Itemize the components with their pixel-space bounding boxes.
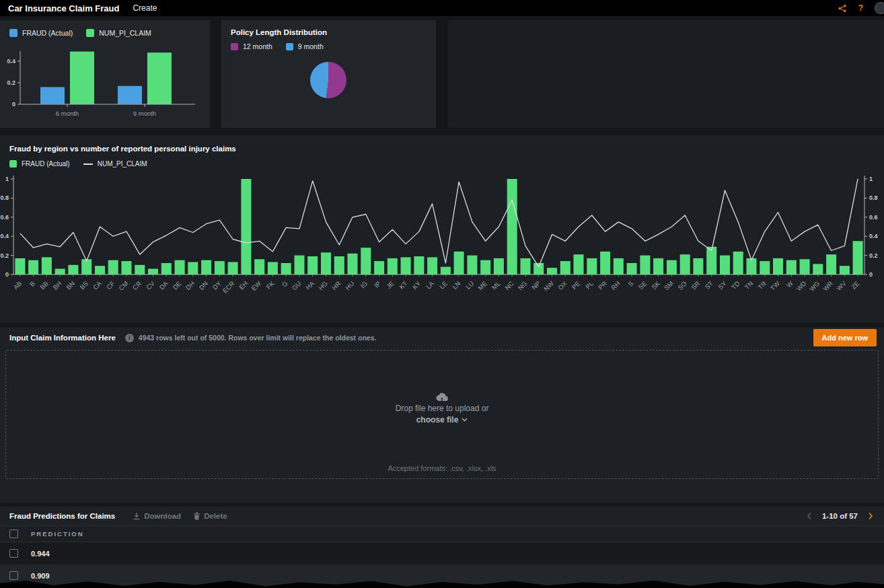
bar-PR[interactable] [600, 252, 610, 274]
choose-file-button[interactable]: choose file [6, 415, 878, 425]
x-axis-label: BS [78, 280, 89, 291]
legend-line-swatch[interactable] [83, 163, 93, 165]
bar-CF[interactable] [108, 260, 118, 274]
pie-chart[interactable] [310, 62, 346, 98]
legend-label-numpiclaim[interactable]: NUM_PI_CLAIM [99, 29, 151, 37]
bar-IP[interactable] [374, 261, 384, 274]
share-icon[interactable] [838, 4, 847, 13]
bar-NW[interactable] [547, 268, 557, 274]
bar-HU[interactable] [348, 254, 358, 274]
x-axis-label: OX [556, 279, 568, 291]
y-axis-label-left: 1 [5, 176, 9, 182]
help-icon[interactable]: ? [858, 3, 863, 13]
bar-FK[interactable] [268, 262, 278, 275]
download-button[interactable]: Download [133, 512, 181, 520]
bar-B[interactable] [28, 260, 38, 274]
bar-SK[interactable] [653, 258, 663, 274]
bar-IG[interactable] [361, 248, 371, 274]
add-new-row-button[interactable]: Add new row [813, 329, 877, 346]
bar-BH[interactable] [55, 269, 65, 275]
bar-fraud-6 month[interactable] [40, 87, 65, 104]
bar-KY[interactable] [414, 256, 424, 274]
bar-CM[interactable] [122, 261, 132, 274]
y-axis-label-left: 0.8 [0, 194, 9, 201]
bar-OX[interactable] [560, 261, 570, 274]
bar-DH[interactable] [188, 262, 198, 275]
bar-WD[interactable] [800, 259, 810, 274]
bar-ME[interactable] [480, 260, 490, 274]
bar-HG[interactable] [321, 252, 331, 274]
legend-label-fraud[interactable]: FRAUD (Actual) [22, 160, 70, 168]
bar-TR[interactable] [760, 261, 770, 274]
bar-NC[interactable] [507, 179, 517, 274]
bar-EH[interactable] [241, 179, 251, 274]
bar-TW[interactable] [773, 258, 783, 274]
bar-KT[interactable] [401, 257, 411, 274]
x-axis-label: SE [637, 280, 649, 291]
chevron-left-icon[interactable] [807, 512, 812, 520]
bar-DY[interactable] [215, 261, 225, 274]
x-axis-label: TN [743, 280, 755, 291]
delete-button[interactable]: Delete [193, 512, 227, 520]
legend-swatch-fraud[interactable] [9, 29, 17, 37]
bar-AB[interactable] [15, 258, 25, 274]
bar-LE[interactable] [441, 267, 451, 274]
bar-WV[interactable] [840, 266, 850, 274]
bar-G[interactable] [281, 263, 291, 274]
bar-CA[interactable] [95, 266, 105, 274]
bar-HR[interactable] [334, 256, 344, 274]
bar-JE[interactable] [388, 258, 398, 274]
bar-GU[interactable] [295, 256, 305, 274]
bar-CV[interactable] [148, 269, 158, 275]
bar-NG[interactable] [521, 258, 531, 274]
select-all-checkbox[interactable] [9, 529, 18, 538]
bar-numpiclaim-9 month[interactable] [147, 52, 172, 104]
bar-PE[interactable] [574, 254, 584, 274]
bar-NP[interactable] [533, 263, 544, 274]
bar-RH[interactable] [614, 258, 624, 274]
legend-label-numpiclaim[interactable]: NUM_PI_CLAIM [98, 160, 147, 168]
legend-label-fraud[interactable]: FRAUD (Actual) [22, 29, 73, 37]
row-checkbox[interactable] [9, 549, 18, 558]
bar-TD[interactable] [733, 252, 743, 274]
bar-S[interactable] [627, 263, 637, 274]
bar-SM[interactable] [667, 260, 677, 274]
bar-PL[interactable] [587, 258, 597, 274]
avatar[interactable] [875, 2, 884, 14]
bar-EW[interactable] [254, 259, 264, 274]
bar-fraud-9 month[interactable] [118, 86, 142, 104]
bar-HA[interactable] [307, 256, 318, 274]
bar-SR[interactable] [693, 258, 703, 274]
bar-SY[interactable] [720, 256, 730, 274]
legend-swatch-12month[interactable] [231, 43, 238, 50]
bar-SE[interactable] [640, 256, 650, 274]
legend-swatch-fraud[interactable] [9, 160, 17, 168]
chevron-right-icon[interactable] [868, 512, 873, 520]
bar-BB[interactable] [42, 257, 52, 274]
file-dropzone[interactable]: Drop file here to upload or choose file … [5, 350, 879, 479]
legend-swatch-9month[interactable] [286, 43, 293, 50]
bar-CR[interactable] [135, 265, 145, 274]
bar-DN[interactable] [201, 260, 211, 274]
legend-label-12month[interactable]: 12 month [243, 42, 272, 50]
bar-BN[interactable] [68, 265, 78, 274]
bar-WR[interactable] [826, 254, 836, 274]
bar-LU[interactable] [467, 256, 477, 274]
bar-LA[interactable] [427, 257, 437, 274]
legend-swatch-numpiclaim[interactable] [86, 29, 94, 37]
bar-ECR[interactable] [228, 262, 238, 275]
bar-ZE[interactable] [853, 241, 863, 274]
bar-SO[interactable] [680, 254, 690, 274]
legend-label-9month[interactable]: 9 month [298, 42, 324, 50]
bar-LN[interactable] [454, 252, 464, 274]
bar-TN[interactable] [747, 258, 757, 274]
bar-DE[interactable] [175, 260, 185, 274]
chart-legend: 12 month 9 month [221, 36, 436, 50]
menu-create[interactable]: Create [133, 3, 157, 13]
bar-ML[interactable] [494, 258, 504, 274]
bar-numpiclaim-6 month[interactable] [70, 52, 94, 104]
bar-W[interactable] [786, 260, 797, 274]
bar-WG[interactable] [813, 264, 823, 274]
bar-DA[interactable] [161, 263, 172, 274]
row-checkbox[interactable] [9, 571, 18, 580]
